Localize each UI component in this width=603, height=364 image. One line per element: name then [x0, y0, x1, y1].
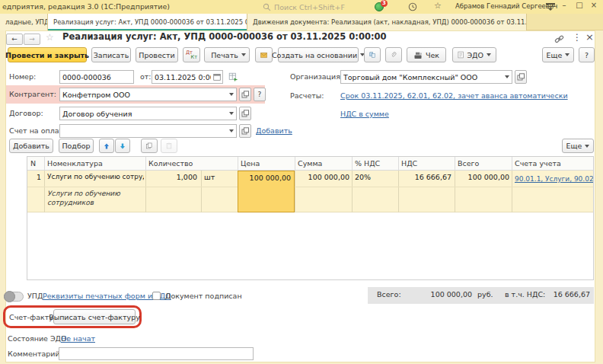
attachments-button[interactable]: [385, 47, 402, 62]
cell-quantity[interactable]: 1,000: [148, 173, 197, 181]
cell-total[interactable]: 100 000,00: [456, 173, 509, 181]
write-button[interactable]: Записать: [91, 47, 131, 62]
add-row-button[interactable]: Добавить: [9, 139, 53, 153]
col-price[interactable]: Цена: [241, 159, 260, 168]
minimize-button[interactable]: –: [560, 1, 569, 9]
upd-toggle[interactable]: [4, 292, 24, 302]
edo-state-label: Состояние ЭДО:: [8, 332, 69, 346]
favorites-star-icon[interactable]: ☆: [434, 1, 442, 11]
combo-caret[interactable]: [229, 112, 234, 115]
history-icon[interactable]: [408, 2, 417, 11]
currency-label: руб.: [477, 290, 493, 299]
post-button[interactable]: Провести: [136, 47, 178, 62]
cell-price-selected[interactable]: 100 000,00: [238, 171, 295, 212]
forward-button[interactable]: →: [24, 34, 40, 45]
paste-row-button[interactable]: [161, 139, 177, 153]
paperclip-icon: [391, 50, 397, 59]
combo-caret[interactable]: [229, 129, 234, 133]
receipt-button[interactable]: Чек: [407, 47, 446, 62]
more-dots-icon[interactable]: ⋮: [573, 32, 582, 43]
document-signed-label: Документ подписан: [165, 289, 242, 303]
settings-menu-icon[interactable]: [546, 3, 555, 11]
edo-button[interactable]: ЭДО: [452, 47, 496, 62]
create-on-basis-button[interactable]: Создать на основании: [278, 47, 359, 62]
move-up-button[interactable]: [99, 139, 114, 153]
related-documents-button[interactable]: [364, 47, 381, 62]
counterparty-open-button[interactable]: [239, 88, 251, 101]
vat-mode-link[interactable]: НДС в сумме: [340, 108, 389, 120]
combo-caret[interactable]: [505, 75, 509, 78]
contract-open-button[interactable]: [239, 107, 251, 120]
dtkt-postings-button[interactable]: Дт Кт: [183, 47, 200, 62]
table-row[interactable]: 1 Услуги по обучению сотрудников 1,000 ш…: [27, 171, 593, 212]
payment-invoice-open-button[interactable]: [239, 124, 251, 138]
vat-total-value: 16 666,67: [529, 290, 590, 299]
send-email-button[interactable]: [255, 47, 273, 62]
organization-field[interactable]: [340, 70, 512, 84]
pick-button[interactable]: Подбор: [59, 139, 94, 153]
col-n[interactable]: N: [30, 159, 36, 168]
comment-field[interactable]: [59, 347, 254, 360]
titlebar: едприятия, редакция 3.0 (1С:Предприятие)…: [0, 0, 603, 14]
cell-vat-rate[interactable]: 20%: [355, 173, 371, 181]
upd-label: УПД: [27, 289, 43, 303]
document-signed-checkbox[interactable]: [152, 292, 161, 300]
col-sum[interactable]: Сумма: [298, 159, 322, 168]
organization-label: Организация:: [290, 70, 343, 84]
issue-invoice-button[interactable]: Выписать счет-фактуру: [53, 309, 136, 324]
copy-row-button[interactable]: [141, 139, 158, 153]
notifications-icon[interactable]: 3: [375, 2, 385, 12]
settlements-link[interactable]: Срок 03.11.2025, 62.01, 62.02, зачет ава…: [340, 90, 568, 102]
col-accounts[interactable]: Счета учета: [515, 159, 561, 168]
global-search-input[interactable]: Поиск Ctrl+Shift+F: [263, 2, 377, 12]
maximize-button[interactable]: □: [575, 1, 584, 9]
counterparty-help-button[interactable]: ?: [254, 88, 266, 101]
counterparty-field[interactable]: [59, 88, 237, 101]
col-nomenclature[interactable]: Номенклатура: [47, 159, 103, 168]
user-name[interactable]: Абрамов Геннадий Сергеевич: [455, 2, 557, 10]
payment-invoice-field[interactable]: [59, 124, 237, 138]
copy-icon: [146, 142, 152, 150]
number-label: Номер:: [9, 70, 36, 84]
move-down-button[interactable]: [115, 139, 130, 153]
close-window-button[interactable]: ×: [589, 1, 598, 9]
col-total[interactable]: Всего: [458, 159, 479, 168]
edo-state-link[interactable]: Не начат: [61, 333, 95, 345]
get-link-icon[interactable]: [554, 34, 564, 44]
back-button[interactable]: ←: [6, 34, 23, 45]
combo-caret[interactable]: [229, 93, 234, 96]
date-field[interactable]: [152, 70, 223, 84]
set-number-icon[interactable]: [228, 72, 238, 82]
notification-badge: 3: [381, 0, 388, 7]
app-title: едприятия, редакция 3.0 (1С:Предприятие): [2, 2, 170, 11]
items-more-button[interactable]: Еще: [562, 139, 594, 153]
total-label: Всего:: [377, 290, 401, 299]
col-vat[interactable]: НДС: [401, 159, 417, 168]
favorite-star-icon[interactable]: ☆: [46, 32, 54, 43]
tab-document-movements[interactable]: Движения документа: Реализация (акт, нак…: [247, 14, 527, 30]
number-field[interactable]: [59, 70, 134, 84]
calendar-icon[interactable]: [213, 73, 221, 81]
cell-vat[interactable]: 16 666,67: [400, 173, 451, 181]
col-quantity[interactable]: Количество: [148, 159, 193, 168]
cell-service-content[interactable]: Услуги по обучению сотрудников: [47, 189, 132, 207]
more-button[interactable]: Еще: [542, 47, 574, 62]
cell-unit[interactable]: шт: [204, 173, 215, 181]
cell-accounts-link[interactable]: 90.01.1, Услуги, 90.02.1, 90.: [515, 173, 593, 185]
post-and-close-button[interactable]: Провести и закрыть: [8, 47, 87, 62]
toggle-knob: [4, 291, 15, 302]
close-form-icon[interactable]: ×: [585, 31, 594, 43]
tab-sales-list[interactable]: ладные, УПД) ×: [0, 14, 48, 30]
cell-nomenclature[interactable]: Услуги по обучению сотрудников: [47, 173, 144, 180]
document-structure-icon: [369, 50, 375, 59]
print-button[interactable]: Печать: [204, 47, 250, 62]
add-invoice-link[interactable]: Добавить: [256, 125, 292, 137]
contract-field[interactable]: [59, 107, 237, 120]
col-vat-rate[interactable]: % НДС: [355, 159, 380, 168]
arrow-down-icon: [120, 142, 125, 150]
organization-open-button[interactable]: [515, 70, 527, 84]
tab-document[interactable]: Реализация услуг: Акт, УПД 0000-000036 о…: [48, 14, 247, 30]
cell-sum[interactable]: 100 000,00: [296, 173, 349, 181]
help-button[interactable]: ?: [579, 47, 595, 62]
settlements-label: Расчеты:: [290, 89, 324, 103]
